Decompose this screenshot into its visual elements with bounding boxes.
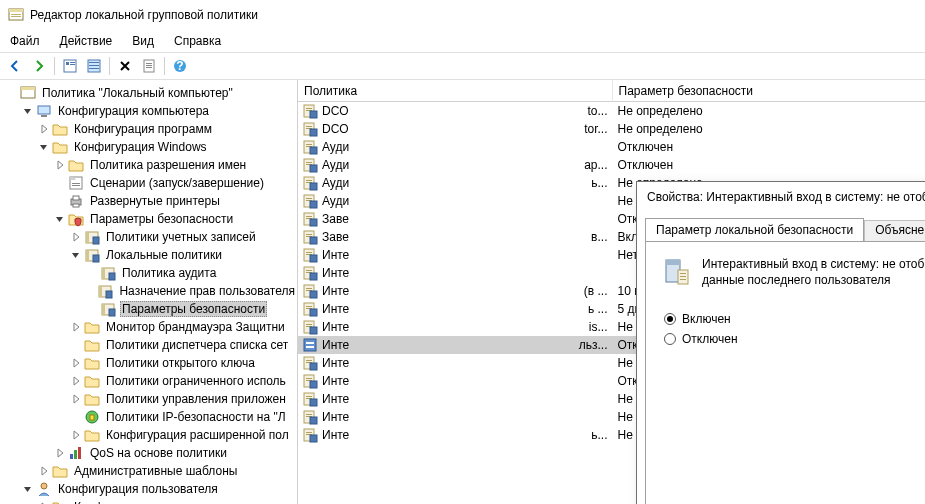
tree-item[interactable]: Сценарии (запуск/завершение) [0, 174, 297, 192]
list-row[interactable]: Заве [298, 210, 612, 228]
expander-icon[interactable] [54, 159, 66, 171]
tree-item[interactable]: Конфигурация программ [0, 498, 297, 504]
back-button[interactable] [4, 55, 26, 77]
menu-help[interactable]: Справка [170, 32, 225, 50]
expander-icon[interactable] [54, 177, 66, 189]
list-row[interactable]: Инте [298, 264, 612, 282]
list-row[interactable]: Интеь... [298, 426, 612, 444]
expander-icon[interactable] [86, 285, 95, 297]
list-header-security[interactable]: Параметр безопасности [612, 80, 926, 102]
tree-item[interactable]: Конфигурация расширенной пол [0, 426, 297, 444]
expander-icon[interactable] [86, 303, 98, 315]
radio-disabled-label: Отключен [682, 332, 738, 346]
list-row[interactable]: Ауди [298, 192, 612, 210]
list-row[interactable]: Инте [298, 372, 612, 390]
expander-icon[interactable] [22, 483, 34, 495]
list-row[interactable]: Аудиь... [298, 174, 612, 192]
tree-item[interactable]: Политика разрешения имен [0, 156, 297, 174]
tree-icon [84, 391, 100, 407]
tree-item[interactable]: Конфигурация программ [0, 120, 297, 138]
tree-item[interactable]: Конфигурация пользователя [0, 480, 297, 498]
policy-name-tail: льз... [579, 338, 608, 352]
list-row[interactable]: Инте [298, 390, 612, 408]
tree-item[interactable]: QoS на основе политики [0, 444, 297, 462]
tree-label: Политика разрешения имен [88, 158, 248, 172]
policy-name: Ауди [322, 176, 349, 190]
tree-item[interactable]: Локальные политики [0, 246, 297, 264]
list-row-value[interactable]: Отключен [612, 138, 926, 156]
tree-item[interactable]: Политики учетных записей [0, 228, 297, 246]
tree-item[interactable]: Конфигурация компьютера [0, 102, 297, 120]
list-button[interactable] [83, 55, 105, 77]
list-row-value[interactable]: Не определено [612, 120, 926, 138]
radio-enabled[interactable]: Включен [664, 312, 925, 326]
expander-icon[interactable] [86, 267, 98, 279]
tree-item[interactable]: Политики IP-безопасности на "Л [0, 408, 297, 426]
svg-text:?: ? [176, 59, 183, 73]
expander-icon[interactable] [54, 195, 66, 207]
radio-disabled[interactable]: Отключен [664, 332, 925, 346]
tree-item[interactable]: Параметры безопасности [0, 300, 297, 318]
tree-item[interactable]: Административные шаблоны [0, 462, 297, 480]
list-row[interactable]: Инте [298, 246, 612, 264]
delete-button[interactable] [114, 55, 136, 77]
tree-item[interactable]: Политика "Локальный компьютер" [0, 84, 297, 102]
list-row[interactable]: DCOto... [298, 102, 612, 120]
tree-item[interactable]: Политика аудита [0, 264, 297, 282]
list-row-value[interactable]: Не определено [612, 102, 926, 120]
svg-rect-62 [306, 162, 312, 163]
expander-icon[interactable] [54, 447, 66, 459]
expander-icon[interactable] [38, 465, 50, 477]
tree-item[interactable]: Развернутые принтеры [0, 192, 297, 210]
list-row[interactable]: Интеь ... [298, 300, 612, 318]
expander-icon[interactable] [70, 411, 82, 423]
forward-button[interactable] [28, 55, 50, 77]
help-button[interactable]: ? [169, 55, 191, 77]
tree-item[interactable]: Политики ограниченного исполь [0, 372, 297, 390]
svg-rect-58 [306, 144, 312, 145]
expander-icon[interactable] [70, 339, 82, 351]
tree-item[interactable]: Параметры безопасности [0, 210, 297, 228]
svg-rect-46 [74, 450, 77, 459]
list-row[interactable]: Ауди [298, 138, 612, 156]
expander-icon[interactable] [6, 87, 18, 99]
list-header-policy[interactable]: Политика [298, 80, 612, 102]
tree-item[interactable]: Политики диспетчера списка сет [0, 336, 297, 354]
expander-icon[interactable] [70, 249, 82, 261]
expander-icon[interactable] [70, 231, 82, 243]
dialog-titlebar[interactable]: Свойства: Интерактивный вход в систему: … [637, 182, 925, 212]
policy-row-icon [302, 283, 318, 299]
tab-local-security[interactable]: Параметр локальной безопасности [645, 218, 864, 241]
list-row[interactable]: Инте [298, 408, 612, 426]
expander-icon[interactable] [38, 123, 50, 135]
list-row[interactable]: Аудиар... [298, 156, 612, 174]
menu-action[interactable]: Действие [56, 32, 117, 50]
list-row-value[interactable]: Отключен [612, 156, 926, 174]
tree-item[interactable]: Политики открытого ключа [0, 354, 297, 372]
expander-icon[interactable] [70, 375, 82, 387]
tab-explanation[interactable]: Объяснение [864, 220, 925, 241]
expander-icon[interactable] [70, 393, 82, 405]
list-row[interactable]: Инте [298, 354, 612, 372]
menu-file[interactable]: Файл [6, 32, 44, 50]
tree-item[interactable]: Монитор брандмауэра Защитни [0, 318, 297, 336]
expander-icon[interactable] [70, 357, 82, 369]
menu-view[interactable]: Вид [128, 32, 158, 50]
list-row[interactable]: Инте(в ... [298, 282, 612, 300]
expander-icon[interactable] [54, 213, 66, 225]
expander-icon[interactable] [70, 321, 82, 333]
tree-pane[interactable]: Политика "Локальный компьютер"Конфигурац… [0, 80, 298, 504]
expander-icon[interactable] [22, 105, 34, 117]
tree-item[interactable]: Политики управления приложен [0, 390, 297, 408]
list-row[interactable]: DCOtor... [298, 120, 612, 138]
expander-icon[interactable] [38, 141, 50, 153]
list-row[interactable]: Завев... [298, 228, 612, 246]
tree-item[interactable]: Назначение прав пользователя [0, 282, 297, 300]
properties-button[interactable] [138, 55, 160, 77]
list-row[interactable]: Интельз... [298, 336, 612, 354]
list-row[interactable]: Интеis... [298, 318, 612, 336]
expander-icon[interactable] [70, 429, 82, 441]
tree-item[interactable]: Конфигурация Windows [0, 138, 297, 156]
details-button[interactable] [59, 55, 81, 77]
policy-name: DCO [322, 104, 349, 118]
